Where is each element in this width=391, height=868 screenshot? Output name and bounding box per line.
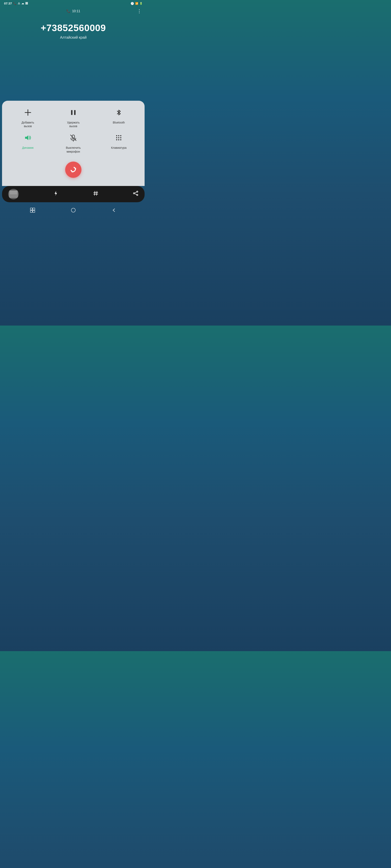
svg-point-12 xyxy=(118,137,119,138)
call-timer: 📞 10:11 xyxy=(66,9,80,13)
svg-point-13 xyxy=(120,137,121,138)
status-time: 07:37 xyxy=(4,2,12,5)
add-call-label: Добавитьвызов xyxy=(22,121,34,128)
svg-line-23 xyxy=(96,191,97,195)
end-call-container xyxy=(6,159,141,182)
call-header: 📞 10:11 ⋮ xyxy=(0,6,147,16)
mute-button[interactable]: Выключитьмикрофон xyxy=(52,132,95,153)
svg-rect-3 xyxy=(74,110,76,115)
svg-point-14 xyxy=(116,140,117,141)
controls-panel: Добавитьвызов Удержатьвызов Bluetooth xyxy=(2,101,145,186)
bluetooth-label: Bluetooth xyxy=(113,121,125,124)
add-call-icon xyxy=(22,107,34,118)
thumb-line-1 xyxy=(10,191,17,192)
hold-button[interactable]: Удержатьвызов xyxy=(52,107,95,128)
bottom-bar xyxy=(2,186,145,202)
hold-icon xyxy=(67,107,79,118)
hashtag-button[interactable] xyxy=(93,190,99,197)
speaker-label: Динамик xyxy=(22,146,33,150)
svg-point-11 xyxy=(116,137,117,138)
spacer xyxy=(0,44,147,101)
thumbnail-image xyxy=(9,190,18,198)
svg-point-10 xyxy=(120,135,121,136)
svg-point-33 xyxy=(71,208,75,212)
svg-point-16 xyxy=(120,140,121,141)
svg-rect-31 xyxy=(30,210,32,212)
svg-point-8 xyxy=(116,135,117,136)
thumb-line-3 xyxy=(10,193,17,194)
end-call-icon xyxy=(67,164,79,176)
keypad-label: Клавиатура xyxy=(111,146,127,150)
call-phone-icon: 📞 xyxy=(66,9,71,13)
more-menu-button[interactable]: ⋮ xyxy=(137,8,142,14)
home-button[interactable] xyxy=(71,208,76,214)
recent-apps-button[interactable] xyxy=(30,208,35,214)
thumb-line-2 xyxy=(10,192,17,193)
share-button[interactable] xyxy=(133,190,138,197)
upload-icon: ☁ xyxy=(21,2,24,5)
mute-mic-icon xyxy=(67,132,79,144)
image-icon: 🖼 xyxy=(25,2,28,5)
location-label: Алтайский край xyxy=(4,35,143,40)
svg-line-22 xyxy=(94,191,95,195)
alarm-icon: 🕐 xyxy=(131,2,134,5)
bluetooth-button[interactable]: Bluetooth xyxy=(97,107,141,128)
phone-number: +73852560009 xyxy=(4,22,143,33)
call-duration: 10:11 xyxy=(72,9,80,13)
status-right: 🕐 📶 🔋 xyxy=(131,2,143,5)
phone-number-section: +73852560009 Алтайский край xyxy=(0,16,147,44)
svg-line-27 xyxy=(135,192,137,193)
speaker-icon xyxy=(22,132,34,144)
svg-rect-2 xyxy=(71,110,73,115)
thumbnail-button[interactable] xyxy=(8,189,19,199)
svg-marker-19 xyxy=(55,191,57,196)
keypad-icon xyxy=(113,132,124,144)
status-left: 07:37 📞 ⚠ ☁ 🖼 xyxy=(4,2,28,5)
status-bar: 07:37 📞 ⚠ ☁ 🖼 🕐 📶 🔋 xyxy=(0,0,147,6)
speaker-button[interactable]: Динамик xyxy=(6,132,50,153)
hold-label: Удержатьвызов xyxy=(67,121,80,128)
svg-rect-30 xyxy=(33,208,35,210)
signal-icon: 📶 xyxy=(135,2,138,5)
flash-button[interactable] xyxy=(53,190,59,197)
end-call-button[interactable] xyxy=(65,161,81,178)
mute-label: Выключитьмикрофон xyxy=(66,146,81,153)
back-button[interactable] xyxy=(111,208,117,214)
svg-marker-4 xyxy=(25,135,28,140)
alert-icon: ⚠ xyxy=(18,2,20,5)
svg-rect-32 xyxy=(33,210,35,212)
svg-point-9 xyxy=(118,135,119,136)
bluetooth-icon xyxy=(113,107,124,118)
add-call-button[interactable]: Добавитьвызов xyxy=(6,107,50,128)
svg-rect-29 xyxy=(30,208,32,210)
phone-status-icon: 📞 xyxy=(13,2,17,5)
svg-point-15 xyxy=(118,140,119,141)
nav-bar xyxy=(0,204,147,217)
keypad-button[interactable]: Клавиатура xyxy=(97,132,141,153)
svg-line-28 xyxy=(135,194,137,195)
battery-icon: 🔋 xyxy=(139,2,143,5)
controls-grid: Добавитьвызов Удержатьвызов Bluetooth xyxy=(6,107,141,153)
